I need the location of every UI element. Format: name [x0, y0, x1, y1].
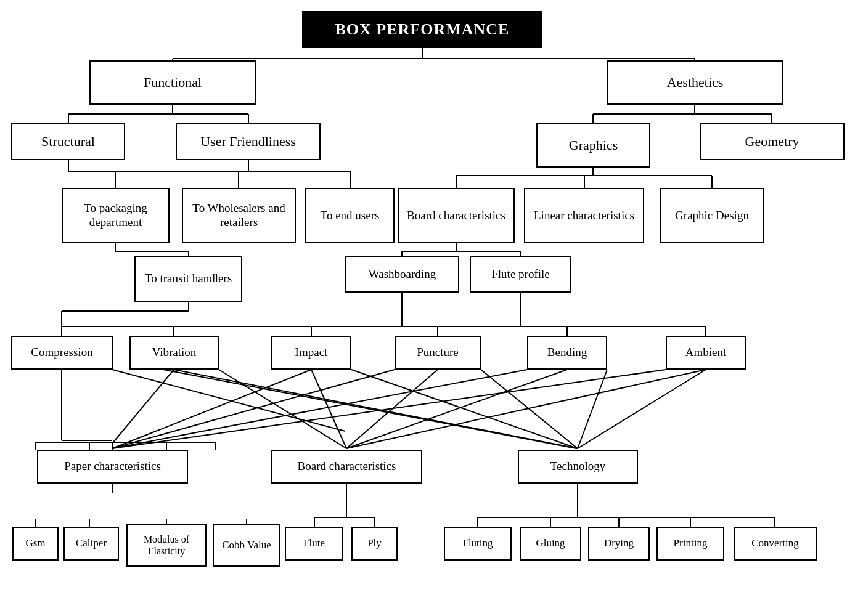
flute-node: Flute	[285, 527, 343, 561]
linear-char-node: Linear characteristics	[524, 188, 644, 243]
paper-char-node: Paper characteristics	[37, 450, 188, 484]
svg-line-72	[112, 370, 174, 444]
svg-line-81	[112, 370, 527, 448]
svg-line-84	[578, 370, 706, 448]
svg-line-74	[174, 370, 578, 448]
functional-node: Functional	[89, 60, 256, 105]
flute-profile-node: Flute profile	[470, 256, 571, 293]
structural-node: Structural	[11, 123, 125, 160]
svg-line-86	[346, 370, 706, 448]
to-end-users-node: To end users	[305, 188, 395, 243]
aesthetics-node: Aesthetics	[607, 60, 783, 105]
board-char2-node: Board characteristics	[271, 450, 422, 484]
svg-line-70	[112, 370, 345, 431]
svg-line-76	[311, 370, 346, 448]
ply-node: Ply	[351, 527, 398, 561]
vibration-node: Vibration	[129, 336, 219, 370]
bending-node: Bending	[527, 336, 607, 370]
printing-node: Printing	[656, 527, 724, 561]
svg-line-77	[351, 370, 578, 448]
board-char-node: Board characteristics	[398, 188, 515, 243]
cobb-node: Cobb Value	[213, 524, 280, 567]
modulus-node: Modulus of Elasticity	[126, 524, 207, 567]
drying-node: Drying	[588, 527, 650, 561]
root-node: BOX PERFORMANCE	[302, 11, 542, 48]
gsm-node: Gsm	[12, 527, 59, 561]
svg-line-78	[112, 370, 395, 448]
washboarding-node: Washboarding	[345, 256, 459, 293]
puncture-node: Puncture	[395, 336, 481, 370]
gluing-node: Gluing	[520, 527, 581, 561]
fluting-node: Fluting	[444, 527, 512, 561]
to-wholesalers-node: To Wholesalers and retailers	[182, 188, 296, 243]
ambient-node: Ambient	[666, 336, 746, 370]
impact-node: Impact	[271, 336, 351, 370]
svg-line-71	[163, 370, 576, 448]
svg-line-80	[481, 370, 578, 448]
technology-node: Technology	[518, 450, 638, 484]
to-packaging-node: To packaging department	[62, 188, 170, 243]
svg-line-79	[346, 370, 438, 448]
user-friendliness-node: User Friendliness	[176, 123, 321, 160]
svg-line-82	[346, 370, 567, 448]
converting-node: Converting	[734, 527, 817, 561]
geometry-node: Geometry	[700, 123, 845, 160]
svg-line-73	[219, 370, 346, 448]
graphic-design-node: Graphic Design	[660, 188, 764, 243]
to-transit-node: To transit handlers	[134, 256, 242, 302]
svg-line-75	[112, 370, 311, 448]
svg-line-83	[578, 370, 607, 448]
caliper-node: Caliper	[63, 527, 119, 561]
svg-line-85	[112, 370, 666, 448]
diagram: BOX PERFORMANCE Functional Aesthetics St…	[0, 0, 863, 616]
compression-node: Compression	[11, 336, 113, 370]
graphics-node: Graphics	[536, 123, 650, 168]
